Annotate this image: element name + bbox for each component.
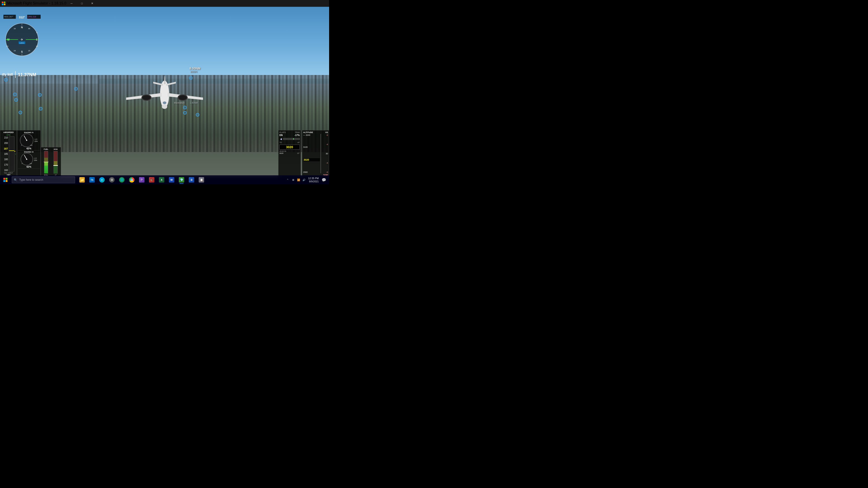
speed-val-4: 185 xyxy=(1,153,8,155)
baro-label: 29.92 IN xyxy=(279,150,286,152)
alt-val-3: 3020 xyxy=(303,158,320,161)
aoa-bar xyxy=(54,151,58,173)
blue-app-icon: 🖥 xyxy=(189,177,194,183)
engine1-lvr-pct: 23% xyxy=(34,140,37,142)
red-app-icon: 🦅 xyxy=(149,177,154,183)
window-title: Microsoft Flight Simulator - 1.18.15.0 xyxy=(7,1,66,5)
speed-val-2: 200 xyxy=(1,142,8,144)
clock-time: 12:35 PM xyxy=(308,177,319,180)
tas-label: TAS 195KT xyxy=(4,172,13,174)
taskbar-app-word[interactable]: W xyxy=(166,175,177,184)
speed-bar-label: | xyxy=(16,153,16,155)
svg-point-9 xyxy=(162,104,167,109)
chrome-icon xyxy=(129,177,134,183)
flaps-value: DN xyxy=(279,134,283,136)
taskbar-app-blue[interactable]: 🖥 xyxy=(186,175,196,184)
distance-label: rty Intl 11.37NM xyxy=(0,71,36,78)
svg-rect-2 xyxy=(2,4,3,5)
svg-text:21: 21 xyxy=(6,45,8,47)
engine2-title: ENGINE #2 xyxy=(18,151,40,153)
aircraft xyxy=(119,72,210,117)
maximize-button[interactable]: □ xyxy=(76,0,87,7)
waypoint-dot-3 xyxy=(74,87,78,91)
svg-rect-3 xyxy=(4,4,5,5)
altitude-panel: ALTITUDE VS — 3200 3100 3020 2900 -6 -4 … xyxy=(302,130,329,177)
taskbar-app-red[interactable]: 🦅 xyxy=(147,175,157,184)
taskbar-app-store[interactable]: 🛍 xyxy=(87,175,97,184)
taskbar-app-excel[interactable]: X xyxy=(157,175,166,184)
svg-rect-38 xyxy=(3,178,5,180)
folder-icon: 📁 xyxy=(79,177,85,183)
tray-up-icon[interactable]: ⌃ xyxy=(285,177,290,182)
bottom-hud: AIRSPEED KTS 210 200 187 185 180 170 160… xyxy=(0,130,329,177)
game-viewport: HDG 267° CRS 219 312° N S W E 33 30 6 12… xyxy=(0,7,329,177)
minimize-button[interactable]: ─ xyxy=(66,0,76,7)
engine1-pct: 42% xyxy=(18,147,40,150)
right-data-panel: FLAPS TRIM DN -17% ◄ TO UP 3020 xyxy=(278,130,301,177)
vs-val-1: -6 xyxy=(322,134,328,136)
close-button[interactable]: ✕ xyxy=(87,0,97,7)
search-icon: 🔍 xyxy=(14,178,18,182)
engine1-title: ENGINE #1 xyxy=(18,131,40,133)
svg-text:312°: 312° xyxy=(19,15,25,19)
svg-rect-40 xyxy=(3,180,5,182)
vs-val-5: -6 xyxy=(322,171,328,173)
waypoint-dot-4 xyxy=(14,98,18,102)
titlebar: Microsoft Flight Simulator - 1.18.15.0 ─… xyxy=(0,0,329,7)
airspeed-subtitle: KTS xyxy=(1,134,16,136)
taskbar-app-explorer[interactable]: 📁 xyxy=(77,175,87,184)
svg-text:S: S xyxy=(21,51,23,53)
trim-arrow: ◄ xyxy=(279,137,283,141)
trim-value: -17% xyxy=(294,134,300,136)
engine1-label0: 0 xyxy=(21,144,22,146)
fuel-bar xyxy=(44,151,48,173)
engine-panel: ENGINE #1 0 110 LVR 23% 42% ENGINE xyxy=(17,130,41,177)
airspeed-title: AIRSPEED xyxy=(1,131,16,133)
aoa-label: AOA xyxy=(54,148,58,150)
engine2-lvr-pct: 23% xyxy=(34,160,37,161)
purple-app-icon: P xyxy=(139,177,145,183)
waypoint-dot-7 xyxy=(39,107,42,110)
svg-rect-41 xyxy=(6,180,7,182)
trim-deg: 15° xyxy=(297,152,300,154)
taskbar-app-chrome[interactable] xyxy=(127,175,137,184)
engine2-section: ENGINE #2 0 110 LVR 23% 42% xyxy=(18,151,40,169)
altitude-title: ALTITUDE xyxy=(303,131,313,133)
taskbar-app-sims[interactable]: 💎 xyxy=(177,175,186,184)
distance-nm: 11.37NM xyxy=(18,72,36,77)
speed-val-1: 210 xyxy=(1,136,8,139)
engine1-section: ENGINE #1 0 110 LVR 23% 42% xyxy=(18,131,40,151)
taskbar-app-vpn[interactable]: 🌐 xyxy=(117,175,127,184)
tray-volume-icon[interactable]: 🔊 xyxy=(302,177,306,182)
svg-text:33: 33 xyxy=(14,28,16,30)
svg-text:30: 30 xyxy=(28,28,30,30)
app-icon xyxy=(1,1,6,6)
airport-partial: rty Intl xyxy=(2,72,13,76)
tray-clock[interactable]: 12:35 PM 8/9/2021 xyxy=(307,177,320,183)
tray-wifi-icon[interactable]: 📶 xyxy=(296,177,301,182)
svg-text:LOC1: LOC1 xyxy=(20,42,24,44)
taskbar-app-edge[interactable]: e xyxy=(97,175,107,184)
taskbar-app-settings[interactable]: ⚙ xyxy=(107,175,117,184)
taskbar-app-gray[interactable]: 📋 xyxy=(196,175,206,184)
settings-icon: ⚙ xyxy=(109,177,115,183)
speed-val-7: 160 xyxy=(1,169,8,171)
active-indicator xyxy=(180,183,184,184)
tray-display-icon[interactable]: 🖥 xyxy=(291,177,296,182)
engine2-lvr-label: LVR xyxy=(34,158,37,159)
svg-point-6 xyxy=(143,95,151,100)
engine1-lvr-label: LVR xyxy=(34,138,37,140)
taskbar-apps: 📁 🛍 e ⚙ 🌐 xyxy=(77,175,206,184)
notification-button[interactable]: 💬 xyxy=(320,175,327,184)
taskbar-app-purple[interactable]: P xyxy=(137,175,147,184)
start-button[interactable] xyxy=(0,175,11,184)
svg-point-8 xyxy=(179,95,187,100)
baro-value: 3020 xyxy=(279,152,283,154)
compass: HDG 267° CRS 219 312° N S W E 33 30 6 12… xyxy=(3,15,41,57)
flaps-label: FLAPS xyxy=(279,131,286,133)
clock-date: 8/9/2021 xyxy=(309,180,319,183)
trim-to-label: TO xyxy=(279,141,282,143)
search-bar[interactable]: 🔍 Type here to search xyxy=(12,176,75,183)
airspeed-panel: AIRSPEED KTS 210 200 187 185 180 170 160… xyxy=(0,130,17,177)
vs-val-2: -4 xyxy=(322,143,328,145)
